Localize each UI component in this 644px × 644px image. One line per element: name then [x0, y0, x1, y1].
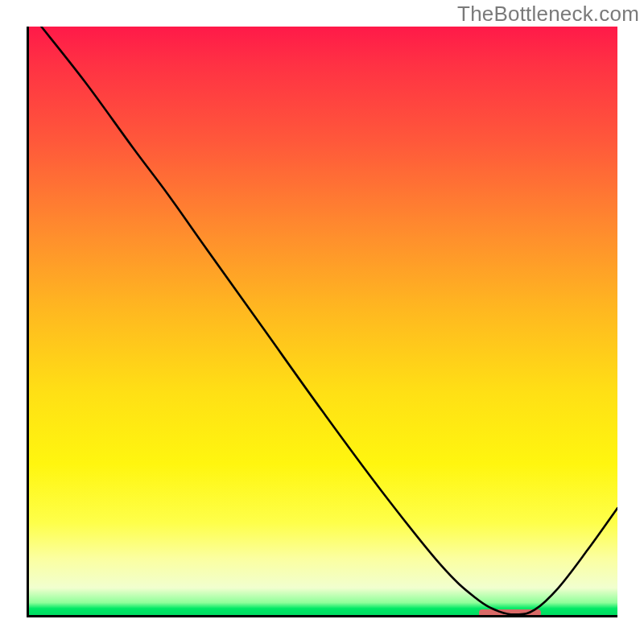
chart-curve-svg: [27, 27, 617, 617]
watermark-text: TheBottleneck.com: [457, 2, 639, 27]
bottleneck-curve-line: [41, 27, 617, 614]
chart-plot-area: [27, 27, 617, 617]
